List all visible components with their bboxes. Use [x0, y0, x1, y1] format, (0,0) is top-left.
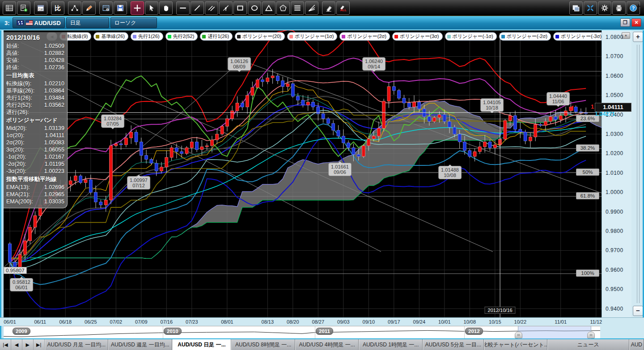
chart-plot-area[interactable]: ◀ 転換線(9)基準線(26)先行1(26)先行2(52)遅行1(26)ボリンジ… [4, 30, 602, 317]
legend-item-10[interactable]: ボリンジャー(-1σ) [445, 32, 497, 41]
rectangle-button[interactable] [233, 1, 247, 15]
legend-item-3[interactable]: 先行1(26) [131, 32, 163, 41]
object-select-button[interactable] [68, 1, 81, 15]
legend-item-5[interactable]: 遅行1(26) [200, 32, 233, 41]
timeframe-label: 日足 [70, 19, 81, 27]
timeline-navigator[interactable]: 2009201020112012 [4, 326, 600, 338]
info-row: 2σ(20):1.05083 [4, 139, 67, 146]
print-button[interactable] [612, 1, 626, 15]
price-axis[interactable]: ▲ 1.08001.07001.06001.05001.04001.03001.… [602, 30, 631, 317]
legend-item-11[interactable]: ボリンジャー(-2σ) [499, 32, 551, 41]
chart-tab-4[interactable]: AUD/USD 8時間足 一... [231, 339, 295, 350]
chart-window: Cal比ALL ? 3: AUD/USD 日足 ローソク ❐ ✕ ◀ 転換線(9… [0, 0, 644, 350]
fib-lines-button[interactable] [291, 1, 304, 15]
zoom-in-button[interactable]: + [633, 32, 643, 42]
chart-tab-2[interactable]: AUD/USD 週足 一目均... [108, 339, 172, 350]
legend-item-6[interactable]: ボリンジャー(20) [235, 32, 285, 41]
add-tab-button[interactable]: + [633, 1, 644, 12]
ellipse-button[interactable] [248, 1, 261, 15]
settings-icon [601, 4, 609, 12]
restore-window-button[interactable]: ❐ [620, 18, 630, 27]
close-window-button[interactable]: ✕ [631, 18, 641, 27]
date-tick-label: 10/15 [489, 319, 501, 325]
info-value: 1.00223 [44, 168, 64, 175]
erase-all-button[interactable]: ALL [336, 1, 350, 15]
save-button[interactable] [114, 1, 127, 15]
info-label: 1σ(20): [6, 132, 24, 139]
chart-tab-10[interactable]: AUD [629, 339, 644, 350]
fan-lines-button[interactable] [305, 1, 318, 15]
fullscreen-button[interactable] [584, 1, 597, 15]
indicator-price-label: 1.04271 [595, 111, 615, 117]
chart-tab-8[interactable]: 比較チャート(パーセント... [484, 339, 547, 350]
navigator-left-handle[interactable] [515, 332, 522, 338]
legend-item-7[interactable]: ボリンジャー(1σ) [287, 32, 338, 41]
legend-item-9[interactable]: ボリンジャー(3σ) [392, 32, 443, 41]
scrollbar-track[interactable] [637, 45, 640, 303]
currency-pair-button[interactable]: AUD/USD [13, 17, 65, 28]
angle-line-button[interactable] [219, 1, 233, 15]
vertical-scrollbar[interactable]: + − [631, 30, 644, 317]
horizontal-line-button[interactable] [176, 1, 190, 15]
info-row: 先行1(26):1.03484 [4, 94, 67, 101]
chart-style-dropdown[interactable]: ローソク [110, 17, 157, 28]
info-label: Mid(20): [6, 125, 27, 132]
settings-button[interactable] [598, 1, 611, 15]
calendar-button[interactable]: Cal [34, 1, 47, 15]
chart-tab-1[interactable]: AUD/USD 月足 一目均... [45, 339, 108, 350]
zoom-out-button[interactable]: − [633, 306, 643, 316]
parallel-lines-button[interactable] [205, 1, 218, 15]
info-row: 基準線(26):1.03864 [4, 87, 67, 94]
crosshair-price-label: 1.04111 [595, 103, 631, 112]
chart-tab-7[interactable]: AUD/USD 5分足 一目... [423, 339, 484, 350]
legend-item-2[interactable]: 基準線(26) [93, 32, 128, 41]
price-annotation: 1.0328407/05 [101, 114, 124, 128]
tab-scroll-prev-button[interactable]: ◀ [11, 339, 22, 350]
chart-settings-button[interactable] [99, 1, 113, 15]
navigator-selected-range[interactable] [518, 326, 591, 339]
crosshair-button[interactable] [131, 1, 144, 15]
compare-button[interactable]: 比 [51, 1, 64, 15]
pencil-button[interactable] [82, 1, 96, 15]
price-tick-label: 0.9900 [606, 209, 623, 215]
legend-item-12[interactable]: ボリンジャー(-3σ) [553, 32, 602, 41]
info-panel-date: 2012/10/16 [4, 32, 67, 42]
account-list-button[interactable] [3, 1, 16, 15]
cursor-button[interactable] [145, 1, 158, 15]
chart-tab-5[interactable]: AUD/USD 4時間足 一... [295, 339, 359, 350]
chart-tab-6[interactable]: AUD/USD 1時間足 一... [359, 339, 422, 350]
pan-button[interactable] [159, 1, 173, 15]
trend-line-button[interactable] [191, 1, 204, 15]
info-label: 先行1(26): [6, 94, 32, 101]
annotation-price: 1.06126 [230, 59, 248, 64]
annotation-price: 0.95812 [13, 279, 30, 285]
tab-scroll-first-button[interactable]: |◀ [0, 339, 11, 350]
date-tick-label: 09/17 [388, 319, 400, 325]
info-label: EMA(21): [6, 191, 30, 198]
timeframe-dropdown[interactable]: 日足 [66, 17, 109, 28]
new-chart-button[interactable] [17, 1, 30, 15]
window-layout-button[interactable] [569, 1, 583, 15]
legend-item-label: 転換線(9) [67, 33, 88, 40]
triangle-button[interactable] [262, 1, 275, 15]
eraser-button[interactable] [322, 1, 335, 15]
tab-scroll-next-button[interactable]: ▶ [22, 339, 34, 350]
date-tick-label: 06/18 [59, 319, 72, 325]
year-badge: 2009 [13, 328, 30, 335]
navigator-right-handle[interactable] [587, 332, 595, 338]
legend-item-4[interactable]: 先行2(52) [165, 32, 198, 41]
polygon-button[interactable] [276, 1, 290, 15]
swing-low-label: 0.95807 [4, 267, 27, 274]
year-badge: 2010 [164, 328, 182, 335]
price-tick-label: 1.0700 [606, 53, 623, 59]
tab-scroll-last-button[interactable]: ▶| [34, 339, 45, 350]
legend-item-label: ボリンジャー(1σ) [295, 33, 334, 40]
chart-tab-9[interactable]: ニュース [547, 339, 629, 350]
ellipse-icon [250, 4, 258, 12]
eraser-icon [325, 4, 333, 12]
price-tick-label: 0.9400 [606, 306, 623, 312]
chart-tab-3[interactable]: AUD/USD 日足 一... [172, 339, 232, 350]
us-flag-icon [25, 20, 33, 25]
legend-item-8[interactable]: ボリンジャー(2σ) [339, 32, 390, 41]
info-label: 先行2(52): [6, 101, 32, 109]
